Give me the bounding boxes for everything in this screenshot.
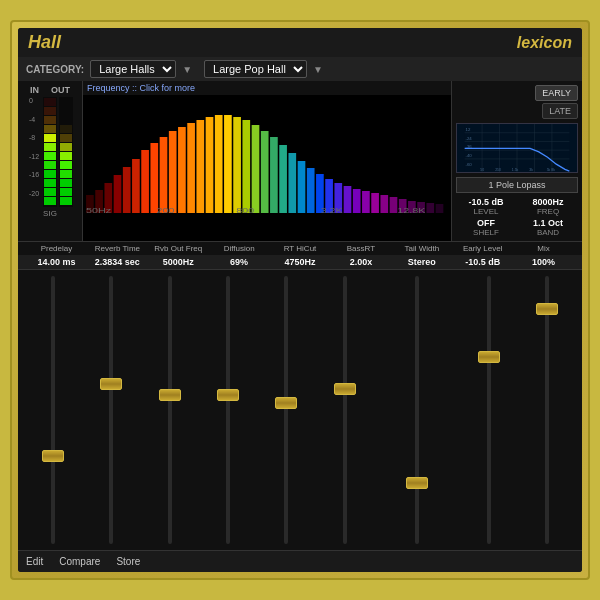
svg-rect-42 <box>252 125 260 213</box>
svg-rect-3 <box>44 179 56 187</box>
eq-display[interactable]: 12 -24 -36 -40 -60 50 250 1.5k 3k 5k 8k <box>456 123 578 173</box>
fader-knob-5[interactable] <box>275 397 297 409</box>
filter-type[interactable]: 1 Pole Lopass <box>456 177 578 193</box>
fader-track-9[interactable] <box>545 276 549 544</box>
svg-text:12.8K: 12.8K <box>397 207 425 215</box>
svg-rect-31 <box>150 143 158 213</box>
eq-param-level-value: -10.5 dB <box>456 197 516 207</box>
param-val-rvboutfreq[interactable]: 5000Hz <box>148 257 209 267</box>
fader-mix <box>520 274 574 546</box>
vu-out-label: OUT <box>51 85 70 95</box>
svg-rect-37 <box>206 117 214 213</box>
category-select-1[interactable]: Large Halls <box>90 60 176 78</box>
param-val-bassrt[interactable]: 2.00x <box>330 257 391 267</box>
early-button[interactable]: EARLY <box>535 85 578 101</box>
svg-rect-40 <box>233 117 241 213</box>
fader-diffusion <box>201 274 255 546</box>
svg-rect-4 <box>44 170 56 178</box>
svg-rect-53 <box>353 189 361 213</box>
compare-button[interactable]: Compare <box>59 556 100 567</box>
svg-rect-52 <box>344 186 352 213</box>
fader-knob-4[interactable] <box>217 389 239 401</box>
late-button[interactable]: LATE <box>542 103 578 119</box>
svg-rect-61 <box>426 203 434 213</box>
svg-rect-22 <box>60 125 72 133</box>
vu-out-meter <box>59 97 73 207</box>
svg-rect-7 <box>44 143 56 151</box>
svg-text:-40: -40 <box>466 153 473 158</box>
svg-text:-60: -60 <box>466 162 473 167</box>
svg-text:12: 12 <box>466 127 471 132</box>
param-val-predelay[interactable]: 14.00 ms <box>26 257 87 267</box>
svg-rect-11 <box>44 107 56 115</box>
svg-rect-1 <box>44 197 56 205</box>
fader-knob-7[interactable] <box>406 477 428 489</box>
early-late-buttons: EARLY LATE <box>454 83 580 121</box>
svg-rect-28 <box>123 167 131 213</box>
fader-track-7[interactable] <box>415 276 419 544</box>
fader-track-2[interactable] <box>109 276 113 544</box>
fader-track-5[interactable] <box>284 276 288 544</box>
category-select-2[interactable]: Large Pop Hall <box>204 60 307 78</box>
vu-in-meter <box>43 97 57 207</box>
fader-knob-8[interactable] <box>478 351 500 363</box>
svg-text:3.2K: 3.2K <box>321 207 343 215</box>
plugin-body: Hall lexicon CATEGORY: Large Halls ▼ Lar… <box>18 28 582 572</box>
svg-text:1.5k: 1.5k <box>512 168 519 172</box>
svg-rect-21 <box>60 134 72 142</box>
param-val-tailwidth[interactable]: Stereo <box>391 257 452 267</box>
fader-knob-9[interactable] <box>536 303 558 315</box>
param-val-diffusion[interactable]: 69% <box>209 257 270 267</box>
fader-knob-6[interactable] <box>334 383 356 395</box>
vu-db-scale: 0-4-8-12-16-20 <box>29 97 39 197</box>
param-val-rthicut[interactable]: 4750Hz <box>270 257 331 267</box>
fader-rvboutfreq <box>143 274 197 546</box>
svg-rect-34 <box>178 127 186 213</box>
param-header-tailwidth: Tail Width <box>391 244 452 253</box>
category-row: CATEGORY: Large Halls ▼ Large Pop Hall ▼ <box>18 57 582 81</box>
svg-rect-9 <box>44 125 56 133</box>
eq-param-shelf: OFF SHELF <box>456 218 516 237</box>
params-row: Predelay Reverb Time Rvb Out Freq Diffus… <box>18 241 582 270</box>
vu-meters-container: 0-4-8-12-16-20 <box>27 97 73 207</box>
svg-text:200: 200 <box>157 207 175 215</box>
fader-knob-1[interactable] <box>42 450 64 462</box>
svg-rect-27 <box>114 175 122 213</box>
fader-track-8[interactable] <box>487 276 491 544</box>
category-arrow: ▼ <box>182 64 192 75</box>
param-val-reverbtime[interactable]: 2.3834 sec <box>87 257 148 267</box>
store-button[interactable]: Store <box>116 556 140 567</box>
svg-text:50Hz: 50Hz <box>86 207 112 215</box>
outer-frame: Hall lexicon CATEGORY: Large Halls ▼ Lar… <box>10 20 590 580</box>
param-val-mix[interactable]: 100% <box>513 257 574 267</box>
vu-in-label: IN <box>30 85 39 95</box>
svg-rect-55 <box>371 193 379 213</box>
param-header-diffusion: Diffusion <box>209 244 270 253</box>
param-val-earlylevel[interactable]: -10.5 dB <box>452 257 513 267</box>
eq-param-shelf-value: OFF <box>456 218 516 228</box>
category-arrow-2: ▼ <box>313 64 323 75</box>
svg-rect-17 <box>60 170 72 178</box>
fader-track-6[interactable] <box>343 276 347 544</box>
fader-track-4[interactable] <box>226 276 230 544</box>
svg-text:50: 50 <box>480 168 484 172</box>
spectrum-title[interactable]: Frequency :: Click for more <box>83 81 451 95</box>
fader-tailwidth <box>376 274 457 546</box>
eq-param-freq-value: 8000Hz <box>518 197 578 207</box>
fader-track-1[interactable] <box>51 276 55 544</box>
svg-rect-48 <box>307 168 315 213</box>
spectrum-section[interactable]: Frequency :: Click for more <box>83 81 452 241</box>
fader-rthicut <box>259 274 313 546</box>
fader-track-3[interactable] <box>168 276 172 544</box>
svg-rect-43 <box>261 131 269 213</box>
svg-rect-18 <box>60 161 72 169</box>
eq-param-freq: 8000Hz FREQ <box>518 197 578 216</box>
fader-knob-3[interactable] <box>159 389 181 401</box>
svg-rect-32 <box>160 137 168 213</box>
svg-rect-12 <box>44 98 56 106</box>
param-header-earlylevel: Early Level <box>452 244 513 253</box>
svg-rect-39 <box>224 115 232 213</box>
eq-param-band-label: BAND <box>518 228 578 237</box>
fader-knob-2[interactable] <box>100 378 122 390</box>
edit-button[interactable]: Edit <box>26 556 43 567</box>
